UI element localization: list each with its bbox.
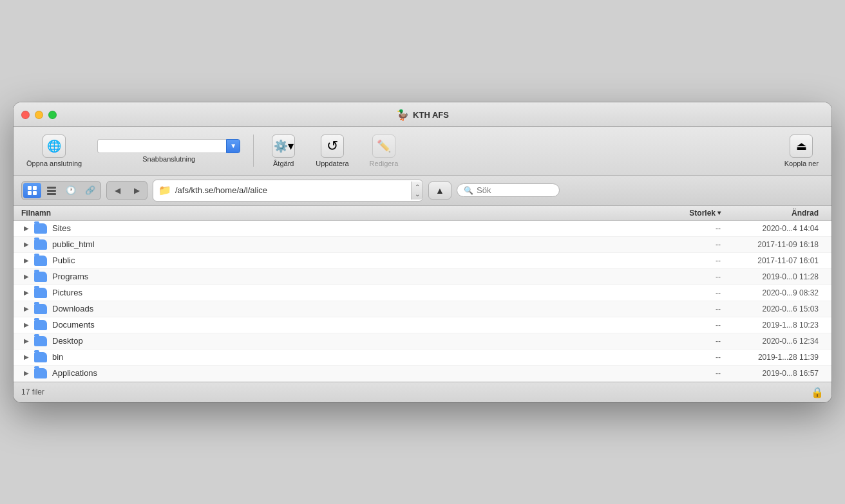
- folder-icon: [34, 288, 47, 298]
- table-row[interactable]: ▶ Public -- 2017-11-07 16:01: [14, 253, 831, 269]
- file-name: Pictures: [52, 288, 656, 297]
- open-connection-label: Öppna anslutning: [26, 160, 82, 167]
- refresh-icon: ↺: [321, 135, 344, 158]
- table-row[interactable]: ▶ Sites -- 2020-0...4 14:04: [14, 221, 831, 237]
- file-name: Documents: [52, 320, 656, 330]
- table-row[interactable]: ▶ Downloads -- 2020-0...6 15:03: [14, 301, 831, 317]
- svg-rect-3: [33, 191, 37, 195]
- svg-rect-4: [47, 187, 56, 189]
- toolbar-separator-1: [253, 135, 254, 167]
- action-icon: ⚙️▾: [272, 135, 295, 158]
- forward-button[interactable]: ▶: [128, 183, 146, 198]
- disconnect-button[interactable]: ⏏ Koppla ner: [779, 132, 824, 170]
- table-row[interactable]: ▶ Applications -- 2019-0...8 16:57: [14, 366, 831, 382]
- edit-label: Redigera: [370, 160, 399, 167]
- view-list-button[interactable]: [43, 183, 61, 198]
- folder-icon: [34, 352, 47, 362]
- quick-connect-area: ▼ Snabbanslutning: [97, 139, 240, 163]
- search-icon: 🔍: [464, 186, 473, 195]
- minimize-button[interactable]: [35, 111, 43, 119]
- search-bar: 🔍: [457, 183, 560, 197]
- view-share-button[interactable]: 🔗: [81, 183, 99, 198]
- view-history-button[interactable]: 🕐: [62, 183, 80, 198]
- file-date: 2020-0...6 15:03: [721, 304, 824, 313]
- file-name: Public: [52, 256, 656, 265]
- table-row[interactable]: ▶ Programs -- 2019-0...0 11:28: [14, 269, 831, 285]
- file-name: bin: [52, 352, 656, 362]
- open-connection-icon: 🌐: [43, 135, 66, 158]
- file-date: 2020-0...9 08:32: [721, 288, 824, 297]
- view-icon-button[interactable]: [23, 183, 41, 198]
- path-folder-icon: 📁: [158, 184, 171, 196]
- file-date: 2020-0...6 12:34: [721, 337, 824, 346]
- table-row[interactable]: ▶ bin -- 2019-1...28 11:39: [14, 350, 831, 366]
- file-size: --: [656, 272, 721, 281]
- file-size: --: [656, 256, 721, 265]
- file-name: Sites: [52, 223, 656, 233]
- file-date: 2017-11-07 16:01: [721, 256, 824, 265]
- file-date: 2020-0...4 14:04: [721, 224, 824, 233]
- open-connection-button[interactable]: 🌐 Öppna anslutning: [21, 132, 87, 170]
- file-name: Applications: [52, 368, 656, 378]
- table-row[interactable]: ▶ Pictures -- 2020-0...9 08:32: [14, 285, 831, 301]
- expand-arrow-icon: ▶: [21, 272, 32, 282]
- action-button[interactable]: ⚙️▾ Åtgärd: [267, 132, 300, 170]
- file-date: 2019-0...0 11:28: [721, 272, 824, 281]
- window-title: 🦆 KTH AFS: [396, 109, 449, 121]
- toolbar-right: ⏏ Koppla ner: [779, 132, 824, 170]
- file-name: public_html: [52, 239, 656, 249]
- view-buttons: 🕐 🔗: [21, 181, 101, 200]
- path-chevron-icon[interactable]: ⌃⌄: [411, 182, 422, 200]
- expand-arrow-icon: ▶: [21, 304, 32, 314]
- file-name: Desktop: [52, 336, 656, 346]
- svg-rect-0: [28, 186, 32, 190]
- folder-icon: [34, 320, 47, 330]
- maximize-button[interactable]: [48, 111, 57, 119]
- search-input[interactable]: [477, 185, 553, 195]
- svg-rect-1: [33, 186, 37, 190]
- file-date: 2017-11-09 16:18: [721, 240, 824, 249]
- path-bar[interactable]: 📁 /afs/kth.se/home/a/l/alice ⌃⌄: [153, 180, 423, 201]
- refresh-button[interactable]: ↺ Uppdatera: [310, 132, 354, 170]
- back-button[interactable]: ◀: [108, 183, 126, 198]
- svg-rect-5: [47, 190, 56, 192]
- col-modified-header[interactable]: Ändrad: [721, 209, 824, 218]
- file-size: --: [656, 288, 721, 297]
- quick-connect-row: ▼: [97, 139, 240, 153]
- file-rows: ▶ Sites -- 2020-0...4 14:04 ▶ public_htm…: [14, 221, 831, 382]
- quick-connect-dropdown[interactable]: ▼: [226, 139, 240, 153]
- window-title-icon: 🦆: [396, 109, 409, 121]
- disconnect-icon: ⏏: [790, 135, 813, 158]
- nav-arrows: ◀ ▶: [106, 181, 147, 200]
- titlebar: 🦆 KTH AFS: [14, 102, 831, 127]
- folder-icon: [34, 368, 47, 378]
- col-size-header[interactable]: Storlek ▾: [656, 209, 721, 218]
- path-text: /afs/kth.se/home/a/l/alice: [175, 185, 407, 195]
- refresh-label: Uppdatera: [316, 160, 348, 167]
- file-list-header: Filnamn Storlek ▾ Ändrad: [14, 206, 831, 221]
- eject-button[interactable]: ▲: [428, 182, 451, 200]
- folder-icon: [34, 336, 47, 346]
- edit-icon: ✏️: [372, 135, 395, 158]
- window-title-text: KTH AFS: [413, 110, 449, 120]
- quick-connect-input[interactable]: [97, 139, 226, 153]
- expand-arrow-icon: ▶: [21, 368, 32, 378]
- file-name: Programs: [52, 272, 656, 281]
- table-row[interactable]: ▶ public_html -- 2017-11-09 16:18: [14, 237, 831, 253]
- action-label: Åtgärd: [273, 160, 294, 167]
- folder-icon: [34, 256, 47, 266]
- table-row[interactable]: ▶ Desktop -- 2020-0...6 12:34: [14, 333, 831, 350]
- table-row[interactable]: ▶ Documents -- 2019-1...8 10:23: [14, 317, 831, 333]
- file-list-container: Filnamn Storlek ▾ Ändrad ▶ Sites -- 2020…: [14, 206, 831, 382]
- svg-rect-6: [47, 193, 56, 195]
- file-size: --: [656, 224, 721, 233]
- edit-button[interactable]: ✏️ Redigera: [365, 132, 404, 170]
- navbar: 🕐 🔗 ◀ ▶ 📁 /afs/kth.se/home/a/l/alice ⌃⌄ …: [14, 176, 831, 206]
- folder-icon: [34, 304, 47, 314]
- status-file-count: 17 filer: [21, 387, 44, 397]
- statusbar: 17 filer 🔒: [14, 382, 831, 402]
- close-button[interactable]: [21, 111, 30, 119]
- quick-connect-label: Snabbanslutning: [142, 155, 195, 163]
- col-name-header[interactable]: Filnamn: [21, 209, 656, 218]
- file-size: --: [656, 240, 721, 249]
